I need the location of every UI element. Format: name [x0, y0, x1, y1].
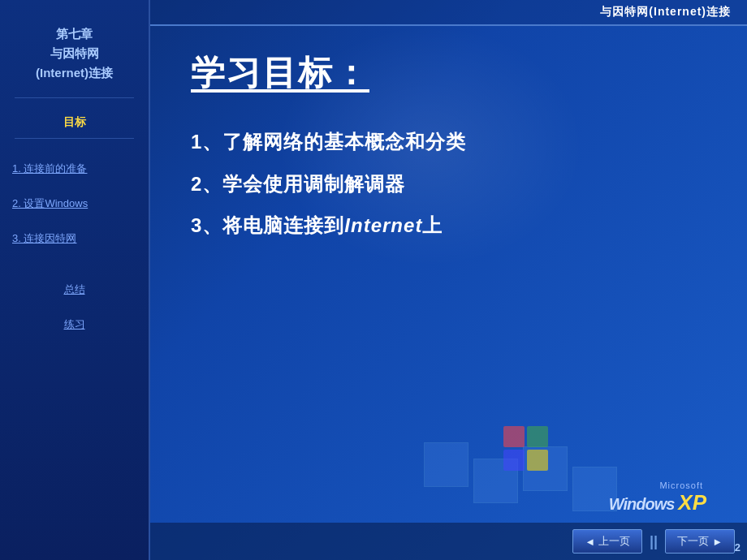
sidebar-item-practice[interactable]: 练习: [0, 307, 149, 342]
objective-item-1: 1、了解网络的基本概念和分类: [191, 128, 706, 156]
content-area: 学习目标： 1、了解网络的基本概念和分类 2、学会使用调制解调器 3、将电脑连接…: [150, 26, 747, 560]
obj2-text: 2、学会使用调制解调器: [191, 173, 405, 195]
next-button[interactable]: 下一页 ►: [665, 529, 735, 554]
top-bar-title: 与因特网(Internet)连接: [600, 5, 731, 19]
sidebar-footer-items: 总结 练习: [0, 272, 149, 342]
obj3-text: 3、将电脑连接到Internet上: [191, 214, 443, 236]
page-title: 学习目标：: [191, 50, 706, 96]
bottom-nav: ◄ 上一页 || 下一页 ►: [150, 523, 747, 560]
sidebar-item-prep[interactable]: 1. 连接前的准备: [0, 151, 149, 186]
sidebar-item-windows[interactable]: 2. 设置Windows: [0, 186, 149, 221]
sidebar-link-summary: 总结: [64, 283, 85, 295]
chapter-line3: (Internet)连接: [36, 66, 113, 80]
prev-button[interactable]: ◄ 上一页: [572, 529, 642, 554]
nav-separator: ||: [650, 533, 658, 550]
main-content: 与因特网(Internet)连接 学习目标： 1、了解网络的基本概念和分类 2、…: [150, 0, 747, 560]
sidebar-link-practice: 练习: [64, 318, 85, 330]
objectives-list: 1、了解网络的基本概念和分类 2、学会使用调制解调器 3、将电脑连接到Inter…: [191, 128, 706, 239]
sidebar-link-windows: 2. 设置Windows: [12, 197, 88, 209]
obj1-text: 1、了解网络的基本概念和分类: [191, 131, 466, 153]
sidebar-item-connect[interactable]: 3. 连接因特网: [0, 221, 149, 256]
prev-arrow-icon: ◄: [585, 536, 595, 548]
sidebar: 第七章 与因特网 (Internet)连接 目标 1. 连接前的准备 2. 设置…: [0, 0, 150, 560]
sidebar-active-label: 目标: [63, 115, 86, 128]
page-number: 2: [735, 541, 741, 554]
prev-label: 上一页: [598, 534, 630, 549]
obj3-highlight: Internet: [344, 214, 422, 236]
chapter-line2: 与因特网: [50, 46, 99, 60]
slide-container: Microsoft Windows XP 第七章 与因特网 (Internet)…: [0, 0, 747, 560]
next-label: 下一页: [677, 534, 709, 549]
next-arrow-icon: ►: [712, 536, 723, 548]
sidebar-nav-items: 1. 连接前的准备 2. 设置Windows 3. 连接因特网: [0, 151, 149, 256]
sidebar-item-active[interactable]: 目标: [0, 106, 149, 138]
objective-item-3: 3、将电脑连接到Internet上: [191, 212, 706, 239]
sidebar-chapter-title: 第七章 与因特网 (Internet)连接: [28, 24, 121, 83]
objective-item-2: 2、学会使用调制解调器: [191, 170, 706, 198]
sidebar-divider-1: [15, 97, 133, 98]
chapter-line1: 第七章: [56, 27, 93, 41]
sidebar-link-connect: 3. 连接因特网: [12, 232, 76, 244]
top-bar: 与因特网(Internet)连接: [150, 0, 747, 26]
sidebar-item-summary[interactable]: 总结: [0, 272, 149, 307]
sidebar-divider-2: [15, 138, 133, 139]
sidebar-link-prep: 1. 连接前的准备: [12, 162, 87, 174]
